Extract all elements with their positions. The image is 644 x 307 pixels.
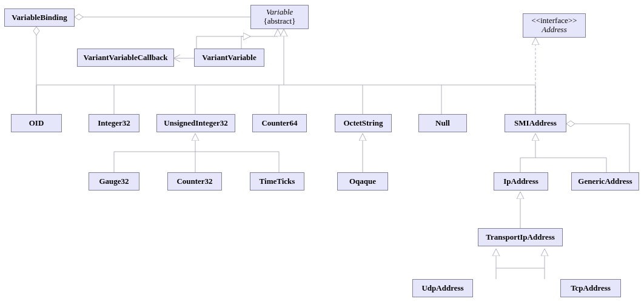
class-label: Counter64: [261, 119, 297, 128]
class-counter32: Counter32: [167, 172, 222, 191]
class-label: UnsignedInteger32: [164, 119, 227, 128]
class-label: Null: [435, 119, 450, 128]
class-label: GenericAddress: [578, 177, 632, 186]
class-label: TcpAddress: [571, 284, 611, 293]
class-label: Address: [542, 25, 566, 35]
class-unsignedinteger32: UnsignedInteger32: [156, 114, 235, 132]
class-octetstring: OctetString: [335, 114, 392, 132]
class-label: Integer32: [98, 119, 130, 128]
class-label: VariantVariableCallback: [83, 53, 167, 62]
class-null: Null: [418, 114, 467, 132]
class-genericaddress: GenericAddress: [571, 172, 639, 191]
class-variable: Variable {abstract}: [250, 5, 309, 29]
class-oid: OID: [11, 114, 62, 132]
class-label: UdpAddress: [421, 284, 463, 293]
class-timeticks: TimeTicks: [250, 172, 304, 191]
class-variantvariable: VariantVariable: [194, 49, 264, 67]
class-label: IpAddress: [503, 177, 538, 186]
class-oqaque: Oqaque: [337, 172, 388, 191]
class-gauge32: Gauge32: [89, 172, 139, 191]
class-ipaddress: IpAddress: [494, 172, 548, 191]
class-variablebinding: VariableBinding: [4, 8, 75, 27]
class-tcpaddress: TcpAddress: [560, 279, 621, 297]
class-label: OctetString: [344, 119, 383, 128]
class-stereotype: <<interface>>: [532, 16, 577, 25]
class-transportipaddress: TransportIpAddress: [478, 228, 563, 246]
class-label: VariableBinding: [12, 13, 67, 22]
class-label: VariantVariable: [202, 53, 256, 62]
class-label: Counter32: [176, 177, 212, 186]
class-smiaddress: SMIAddress: [505, 114, 566, 132]
class-variantvariablecallback: VariantVariableCallback: [77, 49, 174, 67]
class-label: SMIAddress: [514, 119, 557, 128]
class-counter64: Counter64: [252, 114, 307, 132]
class-stereotype: {abstract}: [264, 17, 296, 26]
class-label: TimeTicks: [260, 177, 295, 186]
class-label: Oqaque: [349, 177, 376, 186]
class-label: Variable: [266, 8, 293, 17]
class-udpaddress: UdpAddress: [412, 279, 473, 297]
class-label: Gauge32: [99, 177, 129, 186]
class-label: TransportIpAddress: [486, 233, 555, 242]
class-label: OID: [29, 119, 44, 128]
interface-address: <<interface>> Address: [523, 13, 586, 38]
class-integer32: Integer32: [89, 114, 139, 132]
